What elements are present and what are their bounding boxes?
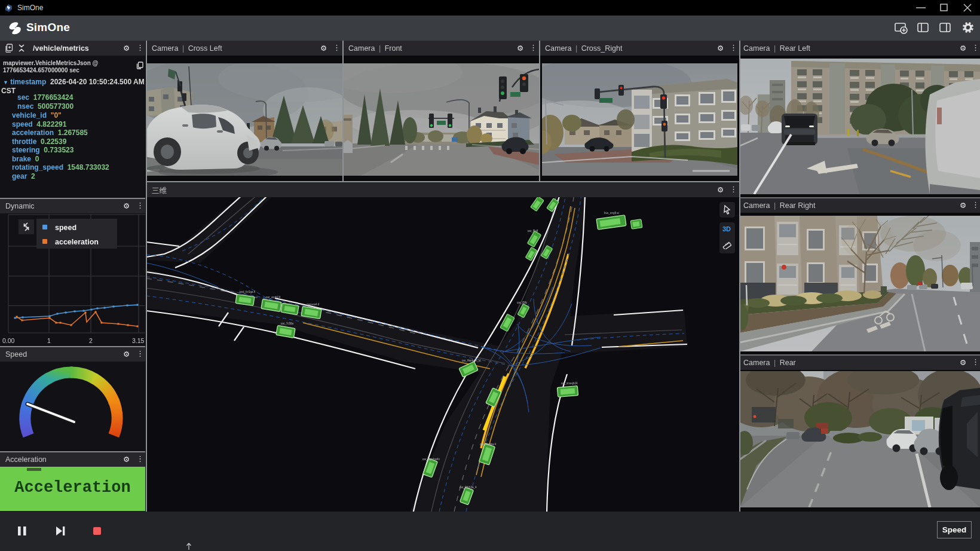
svg-text:ped_fcr3ga.4: ped_fcr3ga.4 — [240, 290, 256, 293]
svg-text:acceleration: acceleration — [55, 238, 99, 246]
svg-text:camera4.tf: camera4.tf — [307, 303, 320, 306]
svg-text:1: 1 — [47, 337, 51, 344]
svg-text:speed: speed — [55, 224, 76, 232]
svg-text:bus_mrg8.st: bus_mrg8.st — [604, 212, 620, 215]
svg-text:car_Mfcb3a_4: car_Mfcb3a_4 — [460, 486, 477, 489]
svg-text:car_Hwrbsrn_id: car_Hwrbsrn_id — [462, 359, 481, 362]
svg-text:0.00: 0.00 — [2, 337, 15, 344]
svg-text:3.15: 3.15 — [132, 337, 145, 344]
svg-text:car_f5c8: car_f5c8 — [528, 229, 538, 232]
svg-text:car_nmeqb24: car_nmeqb24 — [561, 382, 578, 385]
svg-text:car_Pfcqbw.4: car_Pfcqbw.4 — [480, 443, 497, 446]
svg-text:car_t58c: car_t58c — [517, 301, 528, 304]
svg-text:2: 2 — [89, 337, 93, 344]
svg-text:car_vcqb3.ft: car_vcqb3.ft — [266, 296, 281, 299]
svg-text:car_7c58a: car_7c58a — [281, 322, 294, 325]
svg-text:car_hqkvbw4n: car_hqkvbw4n — [422, 458, 440, 461]
